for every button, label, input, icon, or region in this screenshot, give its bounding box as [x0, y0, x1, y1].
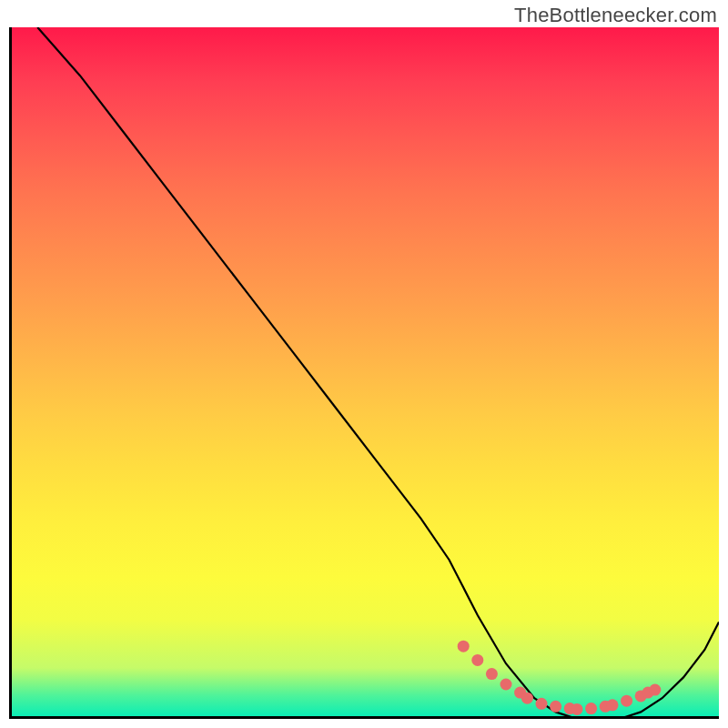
plot-area [9, 27, 719, 719]
watermark-text: TheBottleneecker.com [514, 4, 717, 27]
chart-container [9, 27, 719, 719]
